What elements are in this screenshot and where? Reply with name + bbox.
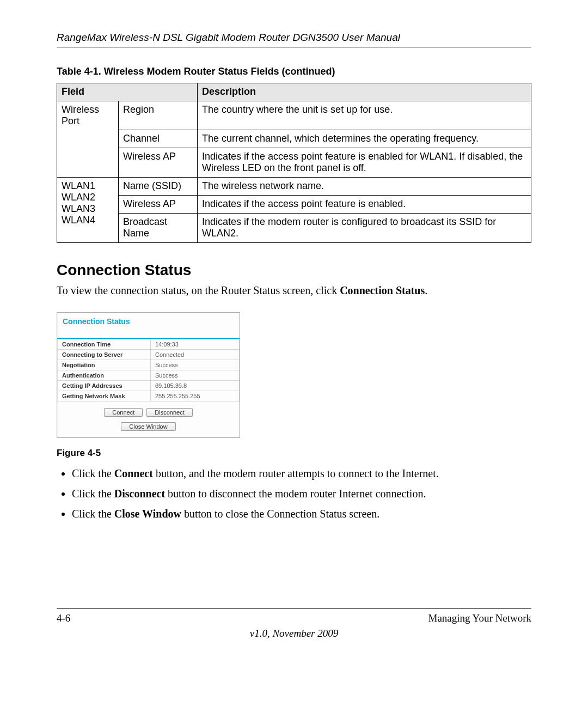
intro-post: . [425, 284, 427, 296]
dialog-val: 255.255.255.255 [151, 391, 240, 401]
dialog-key: Authentication [58, 370, 151, 381]
instruction-list: Click the Connect button, and the modem … [72, 466, 531, 521]
li-post: button, and the modem router attempts to… [153, 467, 439, 479]
close-window-button[interactable]: Close Window [121, 422, 175, 431]
section-title: Managing Your Network [428, 612, 531, 624]
footer-row: 4-6 Managing Your Network [57, 612, 531, 624]
dialog-val: 69.105.39.8 [151, 381, 240, 391]
field-desc: Indicates if the access point feature is… [198, 148, 531, 178]
field-desc: The wireless network name. [198, 178, 531, 196]
field-sub: Wireless AP [119, 148, 198, 178]
dialog-row: Connection Time 14:09:33 [58, 339, 240, 350]
field-sub: Name (SSID) [119, 178, 198, 196]
field-desc: The country where the unit is set up for… [198, 101, 531, 130]
page-header: RangeMax Wireless-N DSL Gigabit Modem Ro… [57, 32, 531, 47]
list-item: Click the Connect button, and the modem … [72, 466, 531, 481]
dialog-key: Getting Network Mask [58, 391, 151, 401]
dialog-row: Getting IP Addresses 69.105.39.8 [58, 381, 240, 391]
col-head-field: Field [57, 83, 198, 101]
section-intro: To view the connection status, on the Ro… [57, 284, 531, 297]
table-row: Wireless Port Region The country where t… [57, 101, 531, 130]
field-group: WLAN1 WLAN2 WLAN3 WLAN4 [57, 178, 119, 243]
intro-bold: Connection Status [340, 284, 425, 296]
field-desc: The current channel, which determines th… [198, 130, 531, 148]
dialog-key: Connection Time [58, 339, 151, 350]
field-sub: Broadcast Name [119, 214, 198, 243]
dialog-row: Getting Network Mask 255.255.255.255 [58, 391, 240, 401]
li-pre: Click the [72, 508, 114, 520]
dialog-table: Connection Time 14:09:33 Connecting to S… [57, 339, 240, 401]
table-caption: Table 4-1. Wireless Modem Router Status … [57, 66, 531, 77]
field-desc: Indicates if the access point feature is… [198, 196, 531, 214]
list-item: Click the Disconnect button to disconnec… [72, 486, 531, 501]
status-fields-table: Field Description Wireless Port Region T… [57, 83, 531, 243]
li-post: button to disconnect the modem router In… [165, 488, 426, 500]
table-row: Wireless AP Indicates if the access poin… [57, 148, 531, 178]
field-sub: Channel [119, 130, 198, 148]
dialog-title: Connection Status [57, 313, 240, 339]
disconnect-button[interactable]: Disconnect [146, 408, 192, 417]
dialog-val: 14:09:33 [151, 339, 240, 350]
dialog-key: Negotiation [58, 360, 151, 370]
li-bold: Close Window [114, 508, 181, 520]
li-pre: Click the [72, 467, 114, 479]
table-row: Channel The current channel, which deter… [57, 130, 531, 148]
dialog-row: Connecting to Server Connected [58, 350, 240, 360]
table-row: WLAN1 WLAN2 WLAN3 WLAN4 Name (SSID) The … [57, 178, 531, 196]
li-pre: Click the [72, 488, 114, 500]
dialog-key: Getting IP Addresses [58, 381, 151, 391]
page: RangeMax Wireless-N DSL Gigabit Modem Ro… [0, 0, 588, 706]
dialog-row: Authentication Success [58, 370, 240, 381]
figure-label: Figure 4-5 [57, 448, 531, 459]
field-sub: Wireless AP [119, 196, 198, 214]
section-heading: Connection Status [57, 261, 531, 279]
dialog-key: Connecting to Server [58, 350, 151, 360]
dialog-val: Connected [151, 350, 240, 360]
page-number: 4-6 [57, 612, 70, 624]
field-sub: Region [119, 101, 198, 130]
li-bold: Disconnect [114, 488, 165, 500]
list-item: Click the Close Window button to close t… [72, 507, 531, 521]
dialog-val: Success [151, 360, 240, 370]
table-row: Wireless AP Indicates if the access poin… [57, 196, 531, 214]
table-row: Broadcast Name Indicates if the modem ro… [57, 214, 531, 243]
footer-rule [57, 608, 531, 609]
field-group: Wireless Port [57, 101, 119, 178]
col-head-desc: Description [198, 83, 531, 101]
field-desc: Indicates if the modem router is configu… [198, 214, 531, 243]
li-bold: Connect [114, 467, 153, 479]
dialog-row: Negotiation Success [58, 360, 240, 370]
intro-pre: To view the connection status, on the Ro… [57, 284, 340, 296]
li-post: button to close the Connection Status sc… [181, 508, 379, 520]
dialog-val: Success [151, 370, 240, 381]
connect-button[interactable]: Connect [104, 408, 143, 417]
footer-version: v1.0, November 2009 [0, 628, 588, 640]
connection-status-dialog: Connection Status Connection Time 14:09:… [57, 312, 240, 438]
